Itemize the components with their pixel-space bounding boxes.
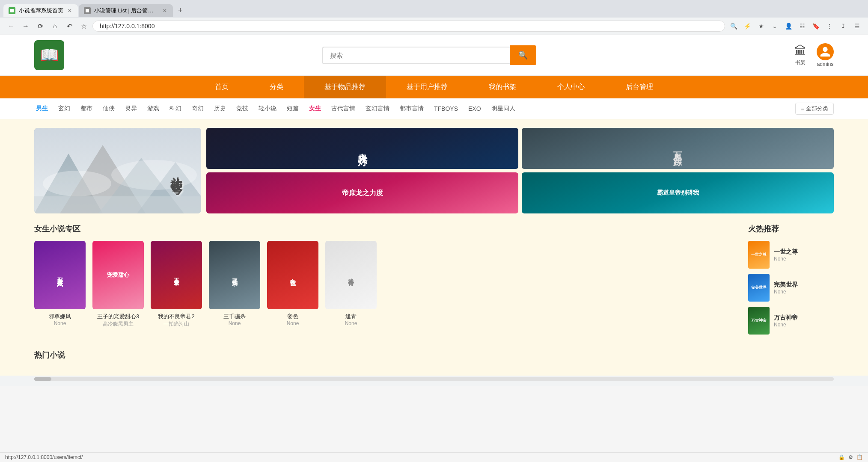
tab-favicon-home — [9, 7, 15, 14]
banner-book-wanjie[interactable]: 万界仙踪 — [522, 128, 834, 169]
bookshelf-nav[interactable]: 🏛 书架 — [794, 44, 806, 66]
address-bar[interactable]: http://127.0.0.1:8000 — [92, 21, 725, 32]
bookmark-button[interactable]: ☆ — [78, 20, 90, 32]
banner-book-badao[interactable]: 霸道皇帝别碍我 — [522, 172, 834, 213]
hot-item-0[interactable]: 一世之尊 一世之尊 None — [748, 241, 834, 269]
all-categories-button[interactable]: ≡ 全部分类 — [795, 103, 834, 115]
cat-lishi[interactable]: 历史 — [212, 104, 228, 113]
reload-button[interactable]: ⟳ — [34, 20, 46, 32]
browser-toolbar-right: 🔍 ⚡ ★ ⌄ 👤 ☷ 🔖 ⋮ ↧ ☰ — [728, 20, 863, 32]
menu-button[interactable]: ☰ — [851, 20, 863, 32]
book-author-5: None — [325, 320, 377, 326]
book-card-0[interactable]: 邪尊嫌凤 邪尊嫌凤 None — [34, 241, 86, 328]
tab-close-admin[interactable]: ✕ — [162, 7, 168, 15]
cat-dushi-yanqing[interactable]: 都市言情 — [398, 104, 425, 113]
cat-male[interactable]: 男生 — [34, 104, 50, 113]
cat-kehuan[interactable]: 科幻 — [168, 104, 183, 113]
scroll-thumb[interactable] — [34, 377, 51, 381]
book-card-4[interactable]: 妾色 妾色 None — [267, 241, 318, 328]
chevron-button[interactable]: ⌄ — [769, 20, 781, 32]
cat-xianxia[interactable]: 仙侠 — [101, 104, 116, 113]
svg-rect-7 — [34, 196, 201, 213]
bookmarks-button[interactable]: 🔖 — [810, 20, 822, 32]
list-icon: ≡ — [801, 106, 804, 112]
cat-light[interactable]: 轻小说 — [257, 104, 278, 113]
cat-xuanhuan-yanqing[interactable]: 玄幻言情 — [364, 104, 391, 113]
cat-mingxing[interactable]: 明星同人 — [490, 104, 517, 113]
forward-button[interactable]: → — [20, 20, 32, 32]
site-header: 📖 🔍 🏛 书架 admins — [0, 35, 868, 76]
book-cover-img-0: 邪尊嫌凤 — [34, 241, 86, 309]
banner-book-didu[interactable]: 帝庶龙之力度 — [206, 172, 518, 213]
girls-section-title: 女生小说专区 — [34, 224, 740, 234]
new-tab-button[interactable]: + — [174, 3, 187, 18]
book-card-5[interactable]: 逢青 逢青 None — [325, 241, 377, 328]
banner-side-bottom: 帝庶龙之力度 霸道皇帝别碍我 › — [206, 172, 834, 213]
browser-chrome: 小说推荐系统首页 ✕ 小说管理 List | 后台管理系统 ✕ + ← → ⟳ … — [0, 0, 868, 35]
nav-item-recommend[interactable]: 基于物品推荐 — [304, 76, 386, 98]
cat-female[interactable]: 女生 — [307, 104, 323, 113]
banner-book-ghost[interactable]: 鬼吹灯 — [206, 128, 518, 169]
hot-section-title: 火热推荐 — [748, 224, 834, 234]
star-button[interactable]: ★ — [755, 20, 767, 32]
tab-home[interactable]: 小说推荐系统首页 ✕ — [3, 4, 78, 17]
svg-point-9 — [111, 160, 197, 190]
nav-profile[interactable]: 个人中心 — [537, 76, 605, 98]
horizontal-scrollbar[interactable] — [34, 377, 834, 381]
hot-info-1: 完美世界 None — [774, 281, 834, 295]
hot-cover-2: 万古神帝 — [748, 307, 770, 335]
back-button[interactable]: ← — [5, 20, 17, 32]
banner-badao-title: 霸道皇帝别碍我 — [654, 186, 702, 200]
cat-short[interactable]: 短篇 — [285, 104, 300, 113]
hot-cover-1: 完美世界 — [748, 274, 770, 302]
book-name-0: 邪尊嫌凤 — [34, 313, 86, 320]
hot-title-1: 完美世界 — [774, 281, 834, 289]
hot-item-2[interactable]: 万古神帝 万古神帝 None — [748, 307, 834, 335]
nav-category[interactable]: 分类 — [249, 76, 304, 98]
search-input[interactable] — [322, 47, 510, 64]
tab-admin[interactable]: 小说管理 List | 后台管理系统 ✕ — [79, 4, 173, 17]
book-author-4: None — [267, 320, 318, 326]
download-button[interactable]: ↧ — [837, 20, 849, 32]
nav-bookshelf[interactable]: 我的书架 — [468, 76, 537, 98]
hot-cover-img-2: 万古神帝 — [748, 307, 770, 335]
book-card-1[interactable]: 宠爱甜心 王子的宠爱甜心3 高冷腹黑男主 — [92, 241, 144, 328]
book-card-2[interactable]: 不良帝君 我的不良帝君2 —拍痛河山 — [151, 241, 202, 328]
cat-qihuan[interactable]: 奇幻 — [190, 104, 205, 113]
user-avatar-area[interactable]: admins — [817, 43, 834, 67]
nav-admin[interactable]: 后台管理 — [605, 76, 674, 98]
book-card-3[interactable]: 三千骗杀 三千骗杀 None — [209, 241, 260, 328]
tab-close-home[interactable]: ✕ — [67, 7, 73, 15]
book-name-1: 王子的宠爱甜心3 — [92, 313, 144, 320]
nav-home[interactable]: 首页 — [194, 76, 249, 98]
book-cover-img-5: 逢青 — [325, 241, 377, 309]
home-button[interactable]: ⌂ — [49, 20, 61, 32]
nav-user-recommend[interactable]: 基于用户推荐 — [386, 76, 468, 98]
profile-button[interactable]: 👤 — [782, 20, 794, 32]
cat-dushi[interactable]: 都市 — [79, 104, 94, 113]
search-button[interactable]: 🔍 — [510, 45, 536, 65]
all-categories-label: 全部分类 — [806, 105, 828, 113]
cat-youxi[interactable]: 游戏 — [146, 104, 161, 113]
cat-xuanhuan[interactable]: 玄幻 — [56, 104, 72, 113]
banner-wanjie-title: 万界仙踪 — [672, 145, 684, 152]
more-button[interactable]: ⋮ — [823, 20, 835, 32]
banner-side: 鬼吹灯 万界仙踪 帝庶龙之力度 霸道皇帝别碍我 › — [206, 128, 834, 213]
undo-button[interactable]: ↶ — [63, 20, 75, 32]
cat-lingyi[interactable]: 灵异 — [123, 104, 139, 113]
book-cover-img-2: 不良帝君 — [151, 241, 202, 309]
lightning-button[interactable]: ⚡ — [741, 20, 753, 32]
banner-main[interactable]: 斗破苍穹 — [34, 128, 201, 213]
search-toolbar-button[interactable]: 🔍 — [728, 20, 740, 32]
scrollbar-area — [0, 376, 868, 386]
cat-gudai[interactable]: 古代言情 — [330, 104, 357, 113]
cat-jingji[interactable]: 竞技 — [235, 104, 250, 113]
site-logo[interactable]: 📖 — [34, 40, 64, 70]
banner-didu-title: 帝庶龙之力度 — [339, 185, 386, 201]
nav-bar: 首页 分类 基于物品推荐 基于用户推荐 我的书架 个人中心 后台管理 — [0, 76, 868, 98]
grid-button[interactable]: ☷ — [796, 20, 808, 32]
hot-item-1[interactable]: 完美世界 完美世界 None — [748, 274, 834, 302]
cat-tfboys[interactable]: TFBOYS — [432, 104, 460, 113]
cat-exo[interactable]: EXO — [467, 104, 483, 113]
content-grid: 女生小说专区 邪尊嫌凤 邪尊嫌凤 None 宠爱甜心 — [34, 224, 834, 340]
